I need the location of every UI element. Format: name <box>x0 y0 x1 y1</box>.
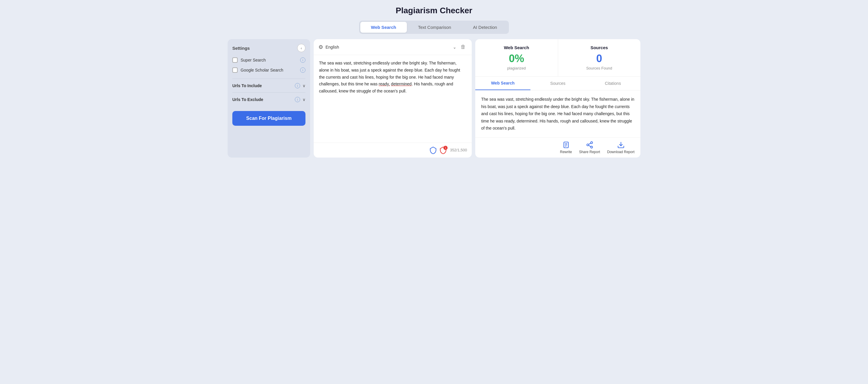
rewrite-button[interactable]: Rewrite <box>560 141 572 154</box>
results-paragraph: The sea was vast, stretching endlessly u… <box>481 97 634 131</box>
web-search-stat-subtitle: plagiarized <box>483 66 551 70</box>
url-include-chevron-icon: ∨ <box>303 83 305 88</box>
share-icon <box>586 141 593 149</box>
url-include-info-icon[interactable]: i <box>295 83 300 88</box>
share-report-label: Share Report <box>579 150 600 154</box>
svg-point-5 <box>587 144 589 146</box>
results-tab-citations[interactable]: Citations <box>585 77 640 90</box>
footer-icons: 1 <box>429 146 447 154</box>
language-selector[interactable]: ⚙ English ⌄ <box>318 44 456 50</box>
collapse-button[interactable]: ‹ <box>297 44 305 52</box>
results-tabs: Web Search Sources Citations <box>475 77 640 91</box>
main-layout: Settings ‹ Super Search i Google Scholar… <box>228 39 640 158</box>
sources-stat-title: Sources <box>565 45 633 50</box>
tab-ai-detection[interactable]: AI Detection <box>462 22 508 33</box>
download-icon <box>617 141 625 149</box>
word-count: 352/1,500 <box>450 148 467 152</box>
results-footer: Rewrite Share Report Download Re <box>475 137 640 158</box>
language-label: English <box>326 45 339 49</box>
web-search-stat-value: 0% <box>483 53 551 65</box>
sources-stat-value: 0 <box>565 53 633 65</box>
google-scholar-item: Google Scholar Search i <box>232 67 305 73</box>
url-include-controls: i ∨ <box>295 83 305 88</box>
results-panel: Web Search 0% plagiarized Sources 0 Sour… <box>475 39 640 158</box>
rewrite-icon <box>562 141 570 149</box>
translate-icon: ⚙ <box>318 44 323 50</box>
download-report-label: Download Report <box>607 150 634 154</box>
svg-point-6 <box>591 146 593 148</box>
badge-count: 1 <box>443 146 447 150</box>
editor-text-area[interactable]: The sea was vast, stretching endlessly u… <box>314 55 472 143</box>
super-search-info-icon[interactable]: i <box>300 58 305 63</box>
super-search-checkbox[interactable] <box>232 58 238 63</box>
page-title: Plagiarism Checker <box>396 6 472 15</box>
url-exclude-chevron-icon: ∨ <box>303 97 305 102</box>
url-include-header[interactable]: Urls To Include i ∨ <box>232 83 305 88</box>
sources-stat-subtitle: Sources Found <box>565 66 633 70</box>
language-chevron-icon: ⌄ <box>453 45 456 49</box>
highlighted-text-ready: ready, <box>379 81 390 86</box>
url-include-label: Urls To Include <box>232 83 262 88</box>
settings-header: Settings ‹ <box>232 44 305 52</box>
svg-point-4 <box>591 142 593 144</box>
share-report-button[interactable]: Share Report <box>579 141 600 154</box>
highlighted-text-determined: determined <box>391 81 412 86</box>
url-exclude-header[interactable]: Urls To Exclude i ∨ <box>232 97 305 102</box>
svg-line-8 <box>588 143 591 144</box>
results-text: The sea was vast, stretching endlessly u… <box>475 91 640 137</box>
settings-panel: Settings ‹ Super Search i Google Scholar… <box>228 39 310 158</box>
editor-panel: ⚙ English ⌄ 🗑 The sea was vast, stretchi… <box>314 39 472 158</box>
super-search-label: Super Search <box>241 58 297 63</box>
url-include-section: Urls To Include i ∨ <box>232 79 305 91</box>
url-exclude-info-icon[interactable]: i <box>295 97 300 102</box>
url-exclude-label: Urls To Exclude <box>232 97 263 102</box>
editor-toolbar: ⚙ English ⌄ 🗑 <box>314 39 472 55</box>
scan-for-plagiarism-button[interactable]: Scan For Plagiarism <box>232 111 305 126</box>
results-tab-sources[interactable]: Sources <box>530 77 586 90</box>
web-search-stat-title: Web Search <box>483 45 551 50</box>
google-scholar-label: Google Scholar Search <box>241 68 297 72</box>
tab-web-search[interactable]: Web Search <box>360 22 407 33</box>
editor-footer: 1 352/1,500 <box>314 143 472 158</box>
delete-button[interactable]: 🗑 <box>459 43 467 51</box>
download-report-button[interactable]: Download Report <box>607 141 634 154</box>
shield-badge[interactable] <box>429 146 437 154</box>
google-scholar-info-icon[interactable]: i <box>300 67 305 73</box>
notification-badge[interactable]: 1 <box>439 146 447 154</box>
rewrite-label: Rewrite <box>560 150 572 154</box>
web-search-stat: Web Search 0% plagiarized <box>475 39 558 76</box>
google-scholar-checkbox[interactable] <box>232 67 238 73</box>
editor-text: The sea was vast, stretching endlessly u… <box>319 61 460 93</box>
url-exclude-controls: i ∨ <box>295 97 305 102</box>
main-tabs: Web Search Text Comparison AI Detection <box>359 21 509 34</box>
svg-line-7 <box>588 145 591 146</box>
tab-text-comparison[interactable]: Text Comparison <box>407 22 462 33</box>
url-exclude-section: Urls To Exclude i ∨ <box>232 93 305 105</box>
sources-stat: Sources 0 Sources Found <box>558 39 641 76</box>
super-search-item: Super Search i <box>232 58 305 63</box>
results-stats: Web Search 0% plagiarized Sources 0 Sour… <box>475 39 640 77</box>
settings-title: Settings <box>232 46 250 50</box>
results-tab-web-search[interactable]: Web Search <box>475 77 530 90</box>
